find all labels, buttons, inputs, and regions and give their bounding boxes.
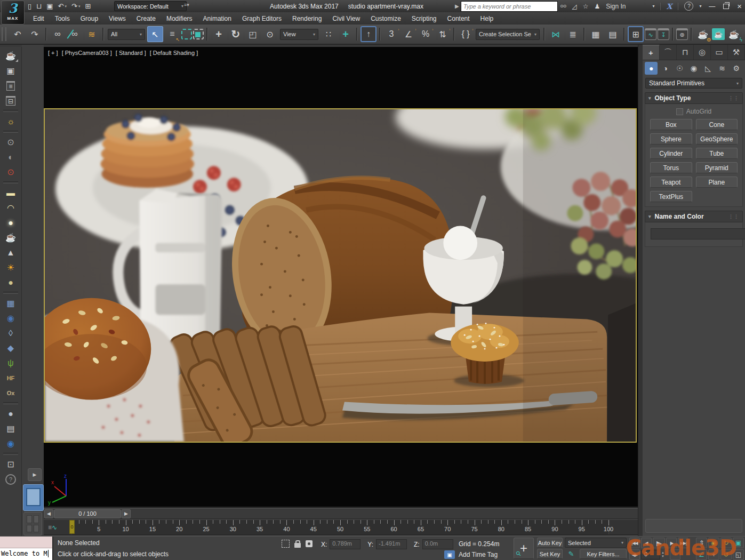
save-file-icon[interactable]: ▣ [46, 2, 53, 10]
lights-category[interactable]: ☉ [673, 62, 686, 75]
next-frame-button[interactable]: |▶ [666, 538, 677, 548]
cameras-category[interactable]: ◉ [687, 62, 700, 75]
dolly-camera-icon[interactable]: ⇕ [696, 538, 707, 548]
vray-proxy-icon[interactable]: ◉ [3, 311, 19, 325]
material-library-icon[interactable]: ▤ [3, 422, 19, 435]
roll-camera-icon[interactable]: ↻ [720, 538, 732, 548]
layout-tab-quad[interactable] [23, 512, 42, 535]
chevron-down-icon[interactable]: ▾ [653, 4, 654, 9]
z-coordinate-field[interactable]: 0.0m [422, 539, 453, 549]
object-type-box[interactable]: Box [650, 119, 692, 130]
render-setup-icon[interactable]: ☕⚙ [695, 26, 711, 42]
menu-modifiers[interactable]: Modifiers [161, 13, 198, 24]
vray-mesh-light-icon[interactable]: ☕ [3, 231, 19, 244]
key-filters-button[interactable]: Key Filters... [580, 549, 627, 559]
menu-graph-editors[interactable]: Graph Editors [237, 13, 287, 24]
layout-flyout-button[interactable]: ▶ [28, 468, 42, 481]
exchange-apps-icon[interactable]: X [667, 2, 672, 11]
keyboard-shortcut-override-icon[interactable]: ↑ [361, 26, 376, 42]
viewport-menu-camera[interactable]: [ PhysCamera003 ] [62, 50, 112, 56]
listener-macro-row[interactable] [0, 537, 52, 548]
object-type-cylinder[interactable]: Cylinder [650, 148, 692, 159]
orbit-camera-icon[interactable]: ↺ [720, 549, 732, 560]
track-bar[interactable]: ≡∿ 0510152025303540455055606570758085909… [44, 520, 638, 535]
utilities-tab[interactable]: ⚒ [728, 45, 745, 60]
selection-lock-icon[interactable] [294, 543, 301, 548]
communication-center-icon[interactable]: ◿ [572, 3, 576, 10]
ornatrix-icon[interactable]: Ox [3, 386, 19, 399]
isolate-selection-icon[interactable] [282, 540, 290, 548]
bind-to-space-warp-icon[interactable]: ≋ [84, 26, 100, 42]
vray-sun-icon[interactable]: ☀ [3, 261, 19, 274]
minimize-button[interactable]: — [709, 3, 715, 10]
undo-icon[interactable]: ↶▾ [58, 2, 67, 10]
object-type-rollout-header[interactable]: ▾ Object Type ⋮⋮ [645, 92, 743, 104]
camera-lister-icon[interactable]: ⊙ [3, 135, 19, 149]
play-button[interactable]: ▶ [653, 538, 665, 548]
vray-options-icon[interactable]: ⊟ [3, 94, 19, 107]
autogrid-checkbox[interactable] [676, 108, 683, 115]
helpers-category[interactable]: ◺ [702, 62, 715, 75]
key-mode-toggle-icon[interactable]: ◀▶ [629, 549, 640, 560]
align-icon[interactable]: ≣ [565, 26, 581, 42]
object-type-teapot[interactable]: Teapot [650, 177, 692, 188]
open-file-icon[interactable]: ⊔ [36, 2, 42, 10]
vray-ies-light-icon[interactable]: ▲ [3, 246, 19, 259]
search-input[interactable] [461, 2, 557, 11]
selection-filter-dropdown[interactable]: All▾ [108, 29, 145, 40]
vray-sphere-icon[interactable]: ● [3, 407, 19, 420]
listener-script-row[interactable]: Welcome to M [0, 548, 52, 560]
toolbar-grip[interactable] [2, 27, 6, 41]
space-warps-category[interactable]: ≋ [716, 62, 728, 75]
object-type-plane[interactable]: Plane [696, 177, 738, 188]
object-type-cone[interactable]: Cone [696, 119, 738, 130]
camera-perspective-icon[interactable]: ◉ [708, 538, 719, 548]
menu-rendering[interactable]: Rendering [287, 13, 327, 24]
camera-render-view[interactable] [44, 108, 637, 443]
search-icon[interactable]: ⊙⊙ [560, 4, 566, 9]
maxscript-mini-listener[interactable]: Welcome to M [0, 537, 53, 560]
select-and-scale-icon[interactable]: ◰ [245, 26, 261, 42]
next-frame-arrow[interactable]: ▶ [122, 509, 131, 518]
key-mode-dropdown[interactable]: Selected ▾ [565, 538, 627, 548]
viewport-menu-shading[interactable]: [ Default Shading ] [150, 50, 198, 56]
redo-icon[interactable]: ↷ [27, 26, 43, 42]
vray-ambient-light-icon[interactable]: ● [3, 276, 19, 289]
display-tab[interactable]: ▭ [711, 45, 728, 60]
go-to-end-button[interactable]: ▶▶| [678, 538, 688, 548]
reference-coordinate-system-dropdown[interactable]: View▾ [280, 29, 318, 40]
toggle-layer-explorer-icon[interactable]: ▤ [605, 26, 621, 42]
x-coordinate-field[interactable]: 0.789m [330, 539, 361, 549]
use-pivot-point-center-icon[interactable]: ∷ [321, 26, 337, 42]
viewport-menu-general[interactable]: [ + ] [48, 50, 58, 56]
render-production-icon[interactable]: ☕ϟ [726, 26, 742, 42]
menu-edit[interactable]: Edit [28, 13, 50, 24]
vray-dome-light-icon[interactable]: ◠ [3, 201, 19, 214]
go-to-start-button[interactable]: |◀◀ [629, 538, 640, 548]
restore-button[interactable] [723, 4, 729, 9]
name-and-color-rollout-header[interactable]: ▾ Name and Color ⋮⋮ [645, 211, 743, 222]
3dsmax-logo[interactable]: 3 MAX [1, 1, 25, 25]
menu-help[interactable]: Help [475, 13, 499, 24]
new-file-icon[interactable]: ▯ [28, 2, 31, 10]
previous-frame-button[interactable]: ◀| [641, 538, 652, 548]
menu-animation[interactable]: Animation [198, 13, 237, 24]
menu-scripting[interactable]: Scripting [406, 13, 442, 24]
viewport[interactable]: [ + ] [ PhysCamera003 ] [ Standard ] [ D… [44, 47, 638, 507]
schematic-view-icon[interactable]: ⊞ [628, 26, 644, 42]
object-type-pyramid[interactable]: Pyramid [696, 162, 738, 173]
menu-civil-view[interactable]: Civil View [327, 13, 365, 24]
menu-content[interactable]: Content [442, 13, 475, 24]
rendered-frame-window-icon[interactable]: ☕ [712, 28, 725, 40]
create-tab[interactable]: + [643, 45, 660, 60]
close-button[interactable]: × [737, 2, 742, 11]
vray-plane-light-icon[interactable]: ▬ [3, 186, 19, 199]
physical-camera-icon[interactable]: ⊙ [3, 165, 19, 179]
select-and-place-icon[interactable]: ⊙ [262, 26, 278, 42]
vray-instancer-icon[interactable]: ▦ [3, 297, 19, 310]
chevron-down-icon[interactable]: ▾ [699, 4, 701, 9]
vray-sphere-light-icon[interactable]: ● [3, 216, 19, 229]
auto-key-button[interactable]: Auto Key [537, 538, 563, 548]
select-and-manipulate-icon[interactable]: + [338, 26, 354, 42]
toggle-scene-explorer-icon[interactable]: ▦ [588, 26, 604, 42]
